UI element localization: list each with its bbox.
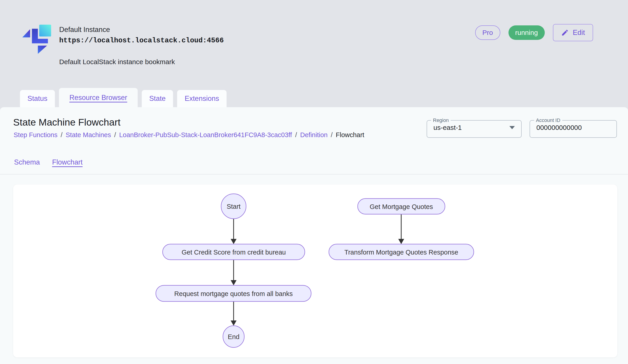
node-transform-response-label: Transform Mortgage Quotes Response (344, 249, 458, 256)
breadcrumb-separator: / (114, 131, 116, 139)
breadcrumb-definition[interactable]: Definition (300, 131, 328, 139)
instance-url: https://localhost.localstack.cloud:4566 (59, 37, 224, 44)
tab-extensions[interactable]: Extensions (177, 90, 227, 107)
dropdown-caret-icon (509, 126, 515, 129)
region-select[interactable]: Region us-east-1 (427, 118, 522, 138)
breadcrumb-step-functions[interactable]: Step Functions (14, 131, 57, 139)
state-machine-flowchart: Start Get Credit Score from credit burea… (13, 184, 617, 358)
node-end-label: End (228, 333, 239, 340)
node-start-label: Start (227, 203, 240, 210)
subtab-flowchart[interactable]: Flowchart (52, 158, 82, 168)
localstack-app-window: Default Instance https://localhost.local… (0, 0, 628, 364)
account-id-input[interactable] (530, 123, 605, 131)
header-actions: Pro running Edit (475, 23, 593, 43)
pencil-icon (561, 29, 569, 37)
node-credit-score-label: Get Credit Score from credit bureau (182, 249, 286, 256)
instance-description: Default LocalStack instance bookmark (59, 58, 224, 66)
localstack-logo-icon (20, 21, 53, 54)
breadcrumb-separator: / (331, 131, 332, 139)
breadcrumb-state-machines[interactable]: State Machines (66, 131, 111, 139)
breadcrumb-state-machine-id[interactable]: LoanBroker-PubSub-Stack-LoanBroker641FC9… (119, 131, 292, 139)
pro-badge: Pro (475, 25, 500, 40)
tab-state[interactable]: State (142, 90, 173, 107)
region-value: us-east-1 (433, 124, 462, 131)
node-get-mortgage-quotes-label: Get Mortgage Quotes (370, 203, 433, 210)
subtab-schema[interactable]: Schema (14, 158, 40, 168)
breadcrumb-separator: / (61, 131, 62, 139)
instance-meta: Default Instance https://localhost.local… (59, 21, 224, 66)
flowchart-edges (231, 214, 404, 326)
page-title: State Machine Flowchart (13, 117, 120, 128)
breadcrumb-current: Flowchart (336, 131, 364, 139)
edit-button-label: Edit (573, 29, 585, 37)
definition-subtabs: Schema Flowchart (14, 158, 82, 168)
region-label: Region (431, 118, 451, 123)
edit-button[interactable]: Edit (553, 24, 593, 41)
breadcrumb: Step Functions / State Machines / LoanBr… (14, 131, 364, 139)
panel-divider (0, 174, 628, 175)
node-request-quotes-label: Request mortgage quotes from all banks (174, 290, 293, 297)
main-tabs: Status Resource Browser State Extensions (20, 88, 227, 107)
account-id-label: Account ID (534, 118, 562, 123)
account-id-field: Account ID (530, 118, 617, 138)
status-badge: running (508, 25, 545, 40)
instance-name: Default Instance (59, 26, 224, 34)
breadcrumb-separator: / (295, 131, 297, 139)
flowchart-card: Start Get Credit Score from credit burea… (13, 184, 617, 358)
tab-status[interactable]: Status (20, 90, 55, 107)
tab-resource-browser[interactable]: Resource Browser (59, 88, 138, 107)
resource-browser-panel: State Machine Flowchart Step Functions /… (0, 107, 628, 364)
instance-header: Default Instance https://localhost.local… (20, 21, 224, 66)
